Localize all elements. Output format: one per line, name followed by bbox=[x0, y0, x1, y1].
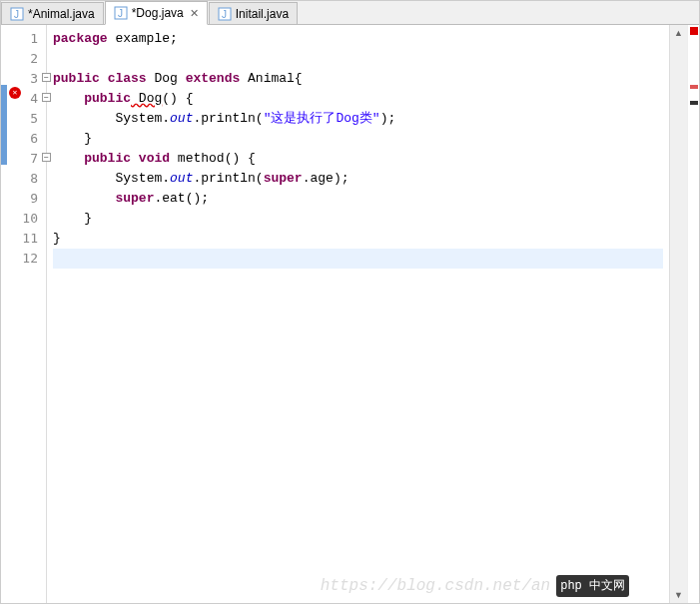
code-line: public Dog() { bbox=[53, 89, 663, 109]
java-file-icon: J bbox=[218, 7, 232, 21]
java-file-icon: J bbox=[114, 6, 128, 20]
code-line: super.eat(); bbox=[53, 189, 663, 209]
line-gutter: ✕ 1 2 3− 4− 5 6 7− 8 9 10 11 12 bbox=[7, 25, 47, 603]
code-line: System.out.println("这是执行了Dog类"); bbox=[53, 109, 663, 129]
java-file-icon: J bbox=[10, 7, 24, 21]
tab-label: Initail.java bbox=[236, 7, 289, 21]
code-line: public class Dog extends Animal{ bbox=[53, 69, 663, 89]
code-line: System.out.println(super.age); bbox=[53, 169, 663, 189]
line-number: 3− bbox=[7, 69, 46, 89]
watermark: https://blog.csdn.net/an php 中文网 bbox=[321, 575, 629, 597]
svg-text:J: J bbox=[222, 9, 227, 20]
tab-animal[interactable]: J *Animal.java bbox=[1, 2, 104, 24]
code-line: } bbox=[53, 209, 663, 229]
code-editor[interactable]: package example; public class Dog extend… bbox=[47, 25, 669, 603]
tab-bar: J *Animal.java J *Dog.java ✕ J Initail.j… bbox=[1, 1, 699, 25]
line-number: 1 bbox=[7, 29, 46, 49]
tab-label: *Animal.java bbox=[28, 7, 95, 21]
line-number: 10 bbox=[7, 209, 46, 229]
line-number: 5 bbox=[7, 109, 46, 129]
tab-dog[interactable]: J *Dog.java ✕ bbox=[105, 1, 208, 25]
vertical-scrollbar[interactable]: ▲ ▼ bbox=[669, 25, 687, 603]
error-summary-marker[interactable] bbox=[690, 27, 698, 35]
tab-initail[interactable]: J Initail.java bbox=[209, 2, 298, 24]
line-number: 9 bbox=[7, 189, 46, 209]
close-tab-icon[interactable]: ✕ bbox=[190, 7, 199, 20]
line-number: 8 bbox=[7, 169, 46, 189]
error-marker[interactable] bbox=[690, 85, 698, 89]
code-line: } bbox=[53, 129, 663, 149]
line-number: 2 bbox=[7, 49, 46, 69]
editor-area: ✕ 1 2 3− 4− 5 6 7− 8 9 10 11 12 package … bbox=[1, 25, 699, 603]
line-number: 7− bbox=[7, 149, 46, 169]
code-line: public void method() { bbox=[53, 149, 663, 169]
overview-ruler[interactable] bbox=[687, 25, 699, 603]
svg-text:J: J bbox=[14, 9, 19, 20]
php-logo: php 中文网 bbox=[556, 575, 629, 597]
code-line: package example; bbox=[53, 29, 663, 49]
line-number: 12 bbox=[7, 249, 46, 269]
code-line: } bbox=[53, 229, 663, 249]
svg-text:J: J bbox=[118, 8, 123, 19]
code-line bbox=[53, 49, 663, 69]
line-number: 11 bbox=[7, 229, 46, 249]
scroll-up-icon[interactable]: ▲ bbox=[670, 25, 687, 41]
line-number: 4− bbox=[7, 89, 46, 109]
tab-label: *Dog.java bbox=[132, 6, 184, 20]
occurrence-marker[interactable] bbox=[690, 101, 698, 105]
line-number: 6 bbox=[7, 129, 46, 149]
scroll-down-icon[interactable]: ▼ bbox=[670, 587, 687, 603]
code-line-current bbox=[53, 249, 663, 269]
